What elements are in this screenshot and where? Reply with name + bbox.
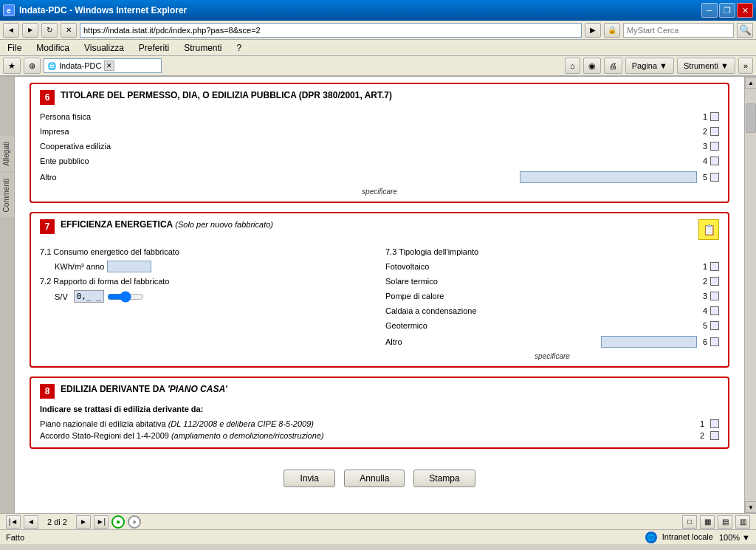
pagina-button[interactable]: Pagina ▼	[625, 58, 674, 74]
stop-button[interactable]: ✕	[61, 23, 77, 38]
section-8-title-area: EDILIZIA DERIVANTE DA 'Piano casa'	[61, 384, 227, 394]
label-kwh: KWh/m³ anno	[55, 262, 104, 271]
section-8-instruction: Indicare se trattasi di edilizia derivan…	[40, 405, 719, 413]
address-bar: ◄ ▶ ↻ ✕ ▶ 🔒 🔍	[0, 21, 756, 40]
menu-preferiti[interactable]: Preferiti	[134, 41, 173, 55]
go-button[interactable]: ▶	[585, 23, 601, 38]
cb-caldaia[interactable]	[710, 306, 719, 315]
add-tab-button[interactable]: ⊕	[24, 58, 41, 74]
num-accordo-stato: 2	[700, 431, 704, 440]
label-pompe: Pompe di calore	[385, 292, 697, 300]
section-7-title-area: EFFICIENZA ENERGETICA (Solo per nuovo fa…	[61, 219, 273, 230]
nav-prev-button[interactable]: ◄	[24, 515, 38, 529]
menu-help[interactable]: ?	[233, 41, 247, 55]
input-altro-6[interactable]	[520, 171, 697, 183]
minimize-button[interactable]: ─	[701, 3, 718, 18]
search-button[interactable]: 🔍	[737, 23, 753, 38]
menu-visualizza[interactable]: Visualizza	[80, 41, 128, 55]
sticky-note[interactable]: 📋	[698, 219, 719, 240]
cb-pompe[interactable]	[710, 292, 719, 300]
annulla-button[interactable]: Annulla	[344, 470, 405, 487]
scroll-up-button[interactable]: ▲	[745, 77, 756, 89]
forward-button[interactable]: ▶	[22, 23, 38, 38]
specify-text-73: specificare	[385, 352, 719, 360]
row-piano-nazionale: Piano nazionale di edilizia abitativa (D…	[40, 418, 719, 430]
nav-ctrl-1[interactable]: □	[682, 515, 697, 529]
sticky-note-area: 📋	[698, 219, 719, 240]
cb-solare[interactable]	[710, 277, 719, 286]
print-button[interactable]: 🖨	[604, 58, 622, 74]
section-8-title-italic: 'Piano casa'	[168, 384, 227, 394]
extra-tools-button[interactable]: »	[738, 58, 753, 74]
nav-ctrl-4[interactable]: ▥	[735, 515, 750, 529]
rss-button[interactable]: ◉	[583, 58, 601, 74]
title-bar-left: e Indata-PDC - Windows Internet Explorer	[3, 4, 187, 16]
nav-first-button[interactable]: |◄	[6, 515, 21, 529]
input-kwh[interactable]	[107, 261, 151, 272]
cb-fotovoltaico[interactable]	[710, 262, 719, 271]
home-button[interactable]: ⌂	[565, 58, 580, 74]
nav-page-text: 2 di 2	[41, 518, 73, 526]
label-ente: Ente pubblico	[40, 157, 697, 165]
section-7-subtitle: (Solo per nuovo fabbricato)	[175, 220, 273, 229]
label-accordo-stato: Accordo Stato-Regioni del 1-4-2009 (ampl…	[40, 431, 697, 440]
row-73-header: 7.3 Tipologia dell'impianto	[385, 246, 719, 258]
search-input[interactable]	[623, 23, 734, 38]
intranet-icon: 🌐	[645, 532, 657, 543]
cb-cooperativa[interactable]	[710, 142, 719, 151]
section-7-number: 7	[40, 219, 55, 234]
stampa-button[interactable]: Stampa	[413, 470, 475, 487]
url-input[interactable]	[80, 23, 582, 38]
label-sv: S/V	[55, 292, 68, 301]
label-accordo-stato-italic: (ampliamento o demolizione/ricostruzione…	[171, 431, 324, 440]
scroll-thumb[interactable]	[746, 103, 756, 133]
action-buttons: Invia Annulla Stampa	[30, 458, 729, 499]
menu-file[interactable]: File	[3, 41, 26, 55]
tab-close-button[interactable]: ✕	[104, 61, 114, 71]
menu-modifica[interactable]: Modifica	[32, 41, 74, 55]
row-fotovoltaico: Fotovoltaico 1	[385, 261, 719, 272]
cb-impresa[interactable]	[710, 127, 719, 136]
section-7-left: 7.1 Consumo energetico del fabbricato KW…	[40, 246, 374, 360]
menu-strumenti[interactable]: Strumenti	[179, 41, 226, 55]
cb-geotermico[interactable]	[710, 321, 719, 330]
cb-accordo-stato[interactable]	[710, 431, 719, 440]
nav-go-circle[interactable]: ●	[111, 515, 125, 529]
cb-altro-73[interactable]	[710, 337, 719, 346]
nav-ctrl-3[interactable]: ▤	[718, 515, 732, 529]
refresh-button[interactable]: ↻	[41, 23, 58, 38]
label-piano-nazionale: Piano nazionale di edilizia abitativa (D…	[40, 419, 697, 428]
cb-persona-fisica[interactable]	[710, 112, 719, 121]
window-title: Indata-PDC - Windows Internet Explorer	[19, 5, 187, 16]
section-8-header: 8 EDILIZIA DERIVANTE DA 'Piano casa'	[40, 384, 719, 399]
nav-last-button[interactable]: ►|	[94, 515, 109, 529]
input-altro-73[interactable]	[601, 336, 697, 348]
cb-altro-6[interactable]	[710, 173, 719, 182]
label-altro-73: Altro	[385, 337, 601, 346]
restore-button[interactable]: ❐	[719, 3, 735, 18]
row-altro-73: Altro 6	[385, 334, 719, 349]
num-altro-73: 6	[703, 337, 707, 346]
nav-stop-circle[interactable]: ●	[128, 515, 141, 529]
label-fotovoltaico: Fotovoltaico	[385, 262, 697, 271]
cb-piano-nazionale[interactable]	[710, 419, 719, 428]
label-altro-6: Altro	[40, 173, 520, 182]
label-solare: Solare termico	[385, 277, 697, 286]
nav-next-button[interactable]: ►	[76, 515, 91, 529]
strumenti-label: Strumenti	[684, 61, 718, 70]
invia-button[interactable]: Invia	[284, 470, 335, 487]
nav-ctrl-2[interactable]: ▦	[700, 515, 715, 529]
num-geotermico: 5	[703, 321, 707, 330]
slider-sv[interactable]	[107, 292, 144, 301]
back-button[interactable]: ◄	[3, 23, 19, 38]
strumenti-button[interactable]: Strumenti ▼	[677, 58, 735, 74]
cb-ente[interactable]	[710, 157, 719, 165]
scroll-down-button[interactable]: ▼	[745, 501, 756, 513]
sidebar-tab-allegati[interactable]: Allegati	[0, 136, 14, 173]
sidebar-tab-commenti[interactable]: Commenti	[0, 173, 14, 219]
section-6-number: 6	[40, 90, 55, 105]
close-button[interactable]: ✕	[737, 3, 753, 18]
favorites-star-button[interactable]: ★	[3, 58, 21, 74]
title-bar-buttons: ─ ❐ ✕	[701, 3, 753, 18]
section-8-title: EDILIZIA DERIVANTE DA 'Piano casa'	[61, 384, 227, 394]
